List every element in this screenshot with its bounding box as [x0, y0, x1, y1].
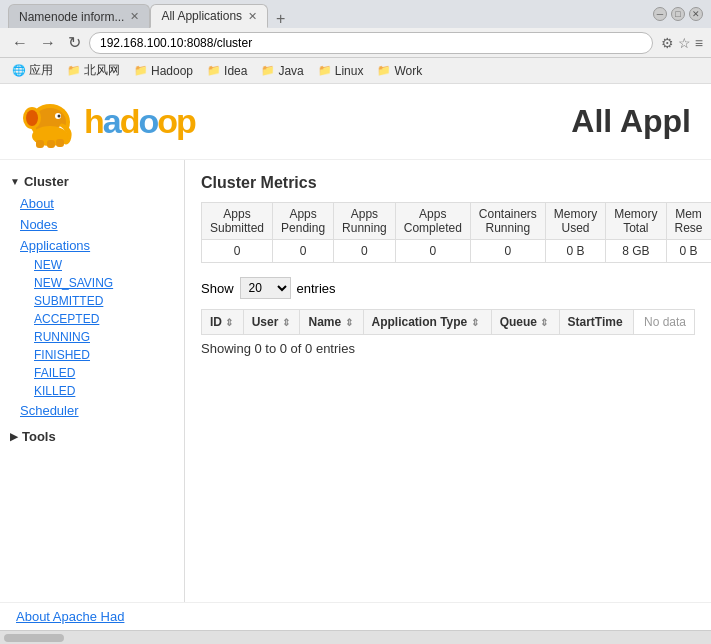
sidebar-cluster-label: Cluster [24, 174, 69, 189]
sidebar-subitem-failed[interactable]: FAILED [0, 364, 184, 382]
elephant-logo-icon [20, 94, 80, 149]
nav-icons: ⚙ ☆ ≡ [661, 35, 703, 51]
col-application-type[interactable]: Application Type ⇕ [363, 310, 491, 335]
tab-close-allapps[interactable]: ✕ [248, 10, 257, 23]
metric-col-apps-submitted: AppsSubmitted [202, 203, 273, 240]
col-name[interactable]: Name ⇕ [300, 310, 363, 335]
bookmark-icon-idea: 📁 [207, 64, 221, 77]
bookmark-label-apps: 应用 [29, 62, 53, 79]
col-id[interactable]: ID ⇕ [202, 310, 244, 335]
nav-bar: ← → ↻ ⚙ ☆ ≡ [0, 28, 711, 58]
metric-val-apps-running: 0 [334, 240, 396, 263]
bookmark-hadoop[interactable]: 📁 Hadoop [128, 62, 199, 80]
metric-col-apps-completed: AppsCompleted [395, 203, 470, 240]
tab-label: Namenode inform... [19, 10, 124, 24]
sidebar-subitem-running[interactable]: RUNNING [0, 328, 184, 346]
tab-close-namenode[interactable]: ✕ [130, 10, 139, 23]
hadoop-logo: hadoop [20, 94, 195, 149]
minimize-button[interactable]: ─ [653, 7, 667, 21]
new-tab-button[interactable]: + [268, 10, 293, 28]
menu-button[interactable]: ≡ [695, 35, 703, 51]
metric-val-memory-used: 0 B [545, 240, 605, 263]
sort-icon-id: ⇕ [225, 317, 233, 328]
window-controls: ─ □ ✕ [653, 7, 703, 21]
close-button[interactable]: ✕ [689, 7, 703, 21]
metric-col-memory-total: MemoryTotal [606, 203, 666, 240]
bookmark-label-work: Work [394, 64, 422, 78]
bookmark-icon-work: 📁 [377, 64, 391, 77]
sidebar-subitem-killed[interactable]: KILLED [0, 382, 184, 400]
sidebar-tools-label: Tools [22, 429, 56, 444]
bookmark-star[interactable]: ☆ [678, 35, 691, 51]
svg-point-3 [26, 110, 38, 126]
tab-label-active: All Applications [161, 9, 242, 23]
sidebar-subitem-new[interactable]: NEW [0, 256, 184, 274]
sidebar-cluster-header[interactable]: ▼ Cluster [0, 170, 184, 193]
cluster-metrics-title: Cluster Metrics [201, 174, 695, 192]
svg-rect-9 [56, 139, 64, 147]
bookmark-work[interactable]: 📁 Work [371, 62, 428, 80]
tab-bar: Namenode inform... ✕ All Applications ✕ … [8, 0, 647, 28]
bookmark-label-idea: Idea [224, 64, 247, 78]
forward-button[interactable]: → [36, 32, 60, 54]
bookmark-icon-hadoop: 📁 [134, 64, 148, 77]
sidebar-tools-header[interactable]: ▶ Tools [0, 425, 184, 448]
bookmark-beifeng[interactable]: 📁 北风网 [61, 60, 126, 81]
entries-select[interactable]: 20 50 100 [240, 277, 291, 299]
tab-namenode[interactable]: Namenode inform... ✕ [8, 4, 150, 28]
sidebar-subitem-submitted[interactable]: SUBMITTED [0, 292, 184, 310]
sidebar-item-applications[interactable]: Applications [0, 235, 184, 256]
sidebar-subitem-accepted[interactable]: ACCEPTED [0, 310, 184, 328]
main-area: ▼ Cluster About Nodes Applications NEW N… [0, 160, 711, 602]
sidebar-item-scheduler[interactable]: Scheduler [0, 400, 184, 421]
metric-col-apps-pending: AppsPending [273, 203, 334, 240]
bookmark-label-hadoop: Hadoop [151, 64, 193, 78]
sort-icon-user: ⇕ [282, 317, 290, 328]
bookmark-linux[interactable]: 📁 Linux [312, 62, 370, 80]
address-bar[interactable] [89, 32, 653, 54]
maximize-button[interactable]: □ [671, 7, 685, 21]
bookmark-idea[interactable]: 📁 Idea [201, 62, 253, 80]
bookmark-icon-beifeng: 📁 [67, 64, 81, 77]
metric-val-containers-running: 0 [470, 240, 545, 263]
extensions-button[interactable]: ⚙ [661, 35, 674, 51]
content-area: Cluster Metrics AppsSubmitted AppsPendin… [185, 160, 711, 602]
sidebar-subitem-new-saving[interactable]: NEW_SAVING [0, 274, 184, 292]
bookmark-java[interactable]: 📁 Java [255, 62, 309, 80]
page-title: All Appl [571, 103, 691, 139]
col-queue[interactable]: Queue ⇕ [491, 310, 559, 335]
tools-arrow-icon: ▶ [10, 431, 18, 442]
show-label: Show [201, 281, 234, 296]
sidebar: ▼ Cluster About Nodes Applications NEW N… [0, 160, 185, 602]
metric-val-apps-pending: 0 [273, 240, 334, 263]
sidebar-cluster-section: ▼ Cluster About Nodes Applications NEW N… [0, 170, 184, 421]
bookmark-label-beifeng: 北风网 [84, 62, 120, 79]
bookmark-icon-linux: 📁 [318, 64, 332, 77]
footer-link[interactable]: About Apache Had [16, 609, 124, 624]
metric-col-memory-used: MemoryUsed [545, 203, 605, 240]
sidebar-item-nodes[interactable]: Nodes [0, 214, 184, 235]
back-button[interactable]: ← [8, 32, 32, 54]
sidebar-tools-section: ▶ Tools [0, 425, 184, 448]
sidebar-item-about[interactable]: About [0, 193, 184, 214]
bookmark-apps[interactable]: 🌐 应用 [6, 60, 59, 81]
tab-all-applications[interactable]: All Applications ✕ [150, 4, 268, 28]
svg-rect-8 [47, 140, 55, 148]
footer[interactable]: About Apache Had [0, 602, 711, 630]
scrollbar-area[interactable] [0, 630, 711, 644]
metric-col-memory-reserved: MemRese [666, 203, 711, 240]
metric-val-apps-completed: 0 [395, 240, 470, 263]
metric-val-memory-total: 8 GB [606, 240, 666, 263]
sort-icon-name: ⇕ [345, 317, 353, 328]
scrollbar-thumb[interactable] [4, 634, 64, 642]
sidebar-subitem-finished[interactable]: FINISHED [0, 346, 184, 364]
bookmark-icon-java: 📁 [261, 64, 275, 77]
metric-val-memory-reserved: 0 B [666, 240, 711, 263]
reload-button[interactable]: ↻ [64, 31, 85, 54]
applications-table: ID ⇕ User ⇕ Name ⇕ Application Type ⇕ Qu… [201, 309, 695, 335]
col-user[interactable]: User ⇕ [243, 310, 300, 335]
metric-val-apps-submitted: 0 [202, 240, 273, 263]
col-starttime[interactable]: StartTime [559, 310, 633, 335]
bookmark-icon-apps: 🌐 [12, 64, 26, 77]
sort-icon-queue: ⇕ [540, 317, 548, 328]
